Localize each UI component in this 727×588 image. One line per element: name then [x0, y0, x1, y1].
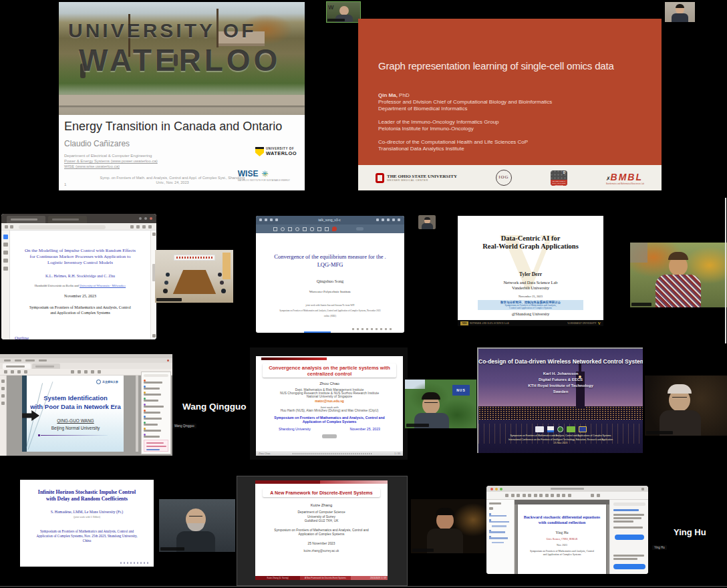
window-controls[interactable] [150, 217, 152, 220]
minimize-button[interactable] [495, 488, 498, 490]
maximize-button[interactable] [500, 488, 502, 490]
outline-item[interactable] [489, 542, 509, 544]
url-bar[interactable] [19, 225, 106, 229]
pen-tool-icon[interactable] [281, 227, 285, 231]
toolbar-icon[interactable] [24, 370, 27, 374]
toolbar-icon[interactable] [551, 494, 554, 497]
outline-item[interactable] [489, 513, 509, 517]
email-link[interactable]: matzc@nus.edu.sg [256, 400, 403, 403]
strip-icon[interactable] [1, 402, 5, 405]
outline-item[interactable] [489, 536, 509, 539]
window-controls[interactable] [144, 217, 147, 220]
toolbar-icon[interactable] [91, 370, 94, 374]
toolbar-icon[interactable] [84, 370, 88, 374]
window-titlebar[interactable] [486, 486, 648, 492]
slide-wise-link[interactable]: WISE (www.wise.uwaterloo.ca) [64, 164, 120, 168]
toolbar-icon[interactable] [11, 370, 14, 374]
account-icon[interactable] [641, 488, 644, 490]
canvas-scrollbar[interactable] [136, 376, 138, 452]
more-icon[interactable] [398, 218, 400, 221]
share-icon[interactable] [275, 218, 278, 221]
webcam-zhou[interactable]: NUS [405, 380, 476, 428]
undo-icon[interactable] [376, 218, 379, 221]
toolbar-icon[interactable] [534, 494, 537, 497]
panel-search-field[interactable] [613, 502, 645, 506]
image-tool-icon[interactable] [325, 227, 329, 231]
panel-item[interactable] [144, 392, 164, 396]
back-icon[interactable] [5, 225, 8, 229]
beamer-nav-icons[interactable] [120, 562, 150, 564]
toolbar-icon[interactable] [505, 494, 508, 497]
menu-item[interactable] [4, 359, 11, 361]
download-icon[interactable] [136, 225, 140, 229]
active-pen-icon[interactable] [332, 227, 337, 231]
panel-item[interactable] [144, 398, 164, 402]
panel-link-bar[interactable] [613, 509, 639, 511]
window-controls[interactable] [139, 217, 142, 220]
webcam-zhang[interactable] [411, 499, 486, 553]
panel-search-bar[interactable] [144, 374, 168, 377]
highlighter-tool-icon[interactable] [295, 227, 299, 231]
webcam-johansson[interactable] [645, 376, 727, 436]
menu-item[interactable] [39, 359, 47, 361]
toolbar-icon[interactable] [17, 370, 21, 374]
close-icon[interactable] [392, 218, 395, 221]
outline-icon[interactable] [3, 243, 8, 247]
panel-item[interactable] [144, 380, 164, 384]
outline-item[interactable] [489, 519, 509, 523]
thumbnail-icon[interactable] [3, 235, 8, 239]
panel-item[interactable] [144, 434, 164, 438]
close-button[interactable] [490, 488, 493, 490]
forward-icon[interactable] [10, 225, 13, 229]
toolbar-icon[interactable] [597, 494, 600, 497]
webcam-hamadene[interactable] [159, 499, 235, 552]
outline-item[interactable] [489, 530, 509, 533]
webcam-song[interactable] [418, 215, 436, 229]
page-toolbar-dots[interactable] [352, 328, 392, 330]
toolbar-icon[interactable] [523, 494, 526, 497]
panel-item[interactable] [144, 410, 164, 414]
scroll-indicator[interactable] [304, 331, 331, 333]
select-tool-icon[interactable] [273, 227, 277, 231]
window-titlebar[interactable] [1, 214, 156, 223]
pencil-tool-icon[interactable] [288, 227, 292, 231]
text-tool-icon[interactable] [317, 227, 321, 231]
search-icon[interactable] [3, 259, 8, 263]
strip-icon[interactable] [1, 380, 5, 383]
sidebar-toggle-icon[interactable] [489, 507, 493, 510]
toolbar-icon[interactable] [591, 494, 594, 497]
more-icon[interactable] [148, 225, 152, 229]
slide-group-link[interactable]: Power & Energy Systems (www.power.uwater… [64, 159, 158, 163]
toolbar-icon[interactable] [517, 494, 520, 497]
print-icon[interactable] [142, 225, 146, 229]
navigation-dots[interactable] [293, 453, 372, 454]
close-icon[interactable] [167, 359, 169, 361]
toolbar-icon[interactable] [511, 494, 515, 497]
eraser-tool-icon[interactable] [303, 227, 307, 231]
highlight-icon[interactable] [3, 267, 8, 271]
panel-item[interactable] [144, 422, 164, 426]
panel-item[interactable] [144, 404, 164, 408]
webcam-conference-room[interactable] [155, 250, 233, 303]
secondary-action-button[interactable] [613, 564, 645, 569]
panel-promo-card[interactable] [144, 440, 168, 452]
scroll-up-icon[interactable] [152, 233, 156, 236]
primary-action-button[interactable] [615, 535, 644, 540]
scroll-down-icon[interactable] [152, 334, 156, 337]
slide-email[interactable]: kuize.zhang@surrey.ac.uk [255, 549, 388, 553]
toolbar-icon[interactable] [545, 494, 549, 497]
shape-tool-icon[interactable] [310, 227, 314, 231]
panel-item[interactable] [144, 386, 164, 390]
toolbar-icon[interactable] [98, 370, 101, 374]
webcam-canizares[interactable]: W [326, 1, 361, 23]
webcam-qinma[interactable] [665, 2, 695, 22]
toolbar-icon[interactable] [568, 494, 571, 497]
bookmark-icon[interactable] [387, 218, 390, 221]
scrollbar-sliver[interactable] [725, 198, 726, 343]
tool-options-pill[interactable] [356, 227, 364, 231]
toolbar-icon[interactable] [4, 370, 7, 374]
menu-item[interactable] [25, 359, 35, 361]
panel-item[interactable] [144, 428, 164, 432]
panel-item[interactable] [144, 416, 164, 420]
webcam-derr[interactable] [630, 243, 727, 307]
